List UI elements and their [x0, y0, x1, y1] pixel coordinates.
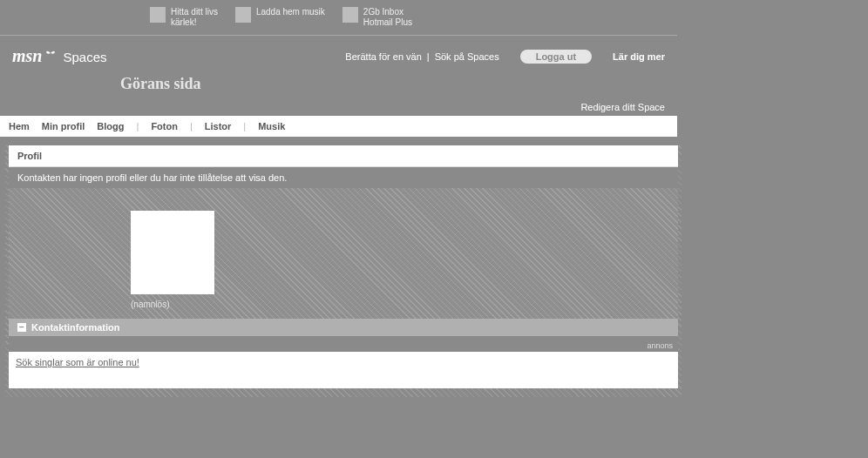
navbar: Hem Min profil Blogg | Foton | Listor | …	[0, 116, 677, 137]
logo[interactable]: msn Spaces	[12, 46, 107, 66]
logo-spaces: Spaces	[63, 50, 106, 64]
promo-text: Hotmail Plus	[363, 17, 412, 27]
search-spaces-link[interactable]: Sök på Spaces	[435, 51, 499, 62]
promo-text: Ladda hem musik	[256, 7, 325, 17]
logout-button[interactable]: Logga ut	[520, 50, 592, 64]
promo-text: kärlek!	[171, 17, 196, 27]
promo-text: Hitta ditt livs	[171, 7, 218, 17]
header: msn Spaces Berätta för en vän | Sök på S…	[0, 36, 677, 75]
ad-label: annons	[9, 336, 678, 352]
profile-panel: Profil Kontakten har ingen profil eller …	[9, 145, 678, 319]
nav-blog[interactable]: Blogg	[97, 121, 124, 131]
avatar	[131, 211, 214, 294]
logo-msn: msn	[12, 46, 42, 66]
nav-music[interactable]: Musik	[258, 121, 285, 131]
edit-space-row: Redigera ditt Space	[0, 98, 677, 116]
profile-body: (namnlös)	[9, 188, 678, 319]
nav-separator: |	[137, 121, 139, 131]
nav-separator: |	[243, 121, 246, 131]
content-area: Profil Kontakten har ingen profil eller …	[5, 145, 682, 397]
nav-lists[interactable]: Listor	[205, 121, 232, 131]
space-title: Görans sida	[0, 75, 677, 98]
nav-photos[interactable]: Foton	[151, 121, 178, 131]
nav-profile[interactable]: Min profil	[42, 121, 85, 131]
promo-item[interactable]: 2Gb Inbox Hotmail Plus	[342, 7, 412, 28]
profile-panel-message: Kontakten har ingen profil eller du har …	[9, 167, 678, 188]
tell-friend-link[interactable]: Berätta för en vän	[345, 51, 421, 62]
ad-box: Sök singlar som är online nu!	[9, 352, 678, 388]
nav-home[interactable]: Hem	[9, 121, 30, 131]
avatar-caption: (namnlös)	[131, 300, 669, 309]
header-links: Berätta för en vän | Sök på Spaces Logga…	[345, 50, 665, 64]
contact-info-title: Kontaktinformation	[31, 322, 119, 333]
collapse-icon[interactable]: −	[17, 323, 26, 332]
promo-item[interactable]: Hitta ditt livs kärlek!	[150, 7, 218, 28]
mail-icon	[342, 7, 358, 23]
promo-item[interactable]: Ladda hem musik	[235, 7, 325, 28]
butterfly-icon	[45, 44, 56, 55]
heart-icon	[150, 7, 166, 23]
nav-separator: |	[190, 121, 193, 131]
ad-link[interactable]: Sök singlar som är online nu!	[16, 357, 139, 367]
music-icon	[235, 7, 251, 23]
promo-text: 2Gb Inbox	[363, 7, 403, 17]
learn-more-link[interactable]: Lär dig mer	[613, 51, 665, 62]
contact-info-header[interactable]: − Kontaktinformation	[9, 319, 678, 336]
edit-space-link[interactable]: Redigera ditt Space	[580, 102, 665, 112]
separator: |	[427, 51, 430, 62]
profile-panel-title: Profil	[9, 145, 678, 167]
promo-bar: Hitta ditt livs kärlek! Ladda hem musik …	[0, 0, 677, 36]
